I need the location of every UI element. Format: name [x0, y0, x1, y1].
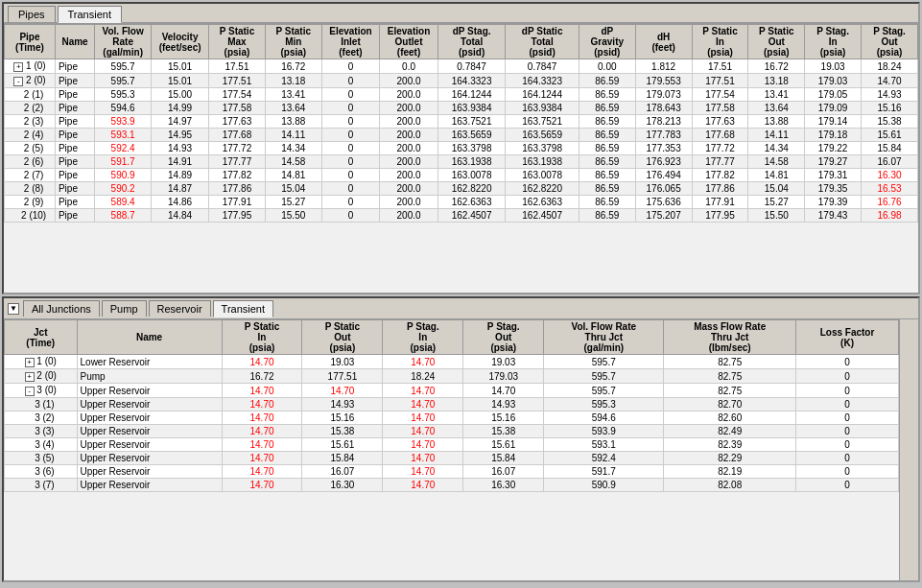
- table-cell: - 3 (0): [5, 384, 78, 398]
- table-cell: 15.61: [862, 129, 918, 142]
- table-cell: 162.8220: [506, 182, 579, 196]
- table-cell: 3 (2): [5, 412, 78, 425]
- tab-all-junctions[interactable]: All Junctions: [23, 300, 100, 317]
- table-cell: 163.1938: [437, 155, 506, 169]
- table-cell: 177.51: [302, 369, 383, 384]
- table-cell: 2 (1): [5, 88, 56, 102]
- table-cell: 14.81: [748, 169, 805, 182]
- top-tab-bar: Pipes Transient: [4, 4, 918, 24]
- tab-pump[interactable]: Pump: [102, 300, 147, 317]
- table-cell: 179.553: [635, 74, 692, 88]
- top-table-container: Pipe(Time) Name Vol. FlowRate(gal/min) V…: [4, 24, 918, 293]
- table-cell: 595.7: [95, 59, 152, 74]
- table-cell: 14.70: [862, 74, 918, 88]
- table-cell: 177.63: [209, 115, 266, 129]
- table-cell: Pipe: [55, 115, 94, 129]
- table-cell: 2 (7): [5, 169, 56, 182]
- table-cell: 179.35: [805, 182, 862, 196]
- table-cell: 14.89: [152, 169, 209, 182]
- collapse-bottom-btn[interactable]: ▼: [8, 303, 19, 315]
- table-cell: 19.03: [805, 59, 862, 74]
- table-cell: 179.22: [805, 142, 862, 155]
- table-cell: 163.7521: [506, 115, 579, 129]
- table-cell: 177.91: [692, 196, 748, 209]
- table-cell: 14.11: [265, 129, 321, 142]
- table-cell: 177.72: [692, 142, 748, 155]
- table-cell: 595.7: [544, 384, 664, 398]
- table-cell: Pipe: [55, 74, 94, 88]
- table-cell: 177.51: [692, 74, 748, 88]
- tab-transient-top[interactable]: Transient: [58, 6, 122, 23]
- table-cell: 592.4: [544, 452, 664, 465]
- table-cell: 15.61: [463, 438, 544, 452]
- table-cell: 163.3798: [437, 142, 506, 155]
- pipes-table: Pipe(Time) Name Vol. FlowRate(gal/min) V…: [4, 24, 918, 223]
- table-cell: 163.9384: [437, 102, 506, 115]
- table-cell: 179.18: [805, 129, 862, 142]
- table-cell: 13.64: [748, 102, 805, 115]
- table-cell: 15.61: [302, 438, 383, 452]
- table-cell: 163.9384: [506, 102, 579, 115]
- table-cell: 0: [796, 369, 899, 384]
- table-cell: 13.41: [748, 88, 805, 102]
- table-cell: + 1 (0): [5, 59, 56, 74]
- table-cell: 593.9: [95, 115, 152, 129]
- col-elev-in: ElevationInlet(feet): [321, 25, 380, 59]
- table-cell: 15.04: [748, 182, 805, 196]
- table-cell: 200.0: [380, 196, 438, 209]
- col-jct-name: Name: [77, 320, 222, 355]
- col-ps-in: P StaticIn(psia): [692, 25, 748, 59]
- table-cell: 0: [321, 102, 380, 115]
- table-cell: 13.88: [265, 115, 321, 129]
- table-cell: 593.1: [544, 438, 664, 452]
- table-cell: 595.7: [544, 355, 664, 369]
- table-cell: 179.03: [463, 369, 544, 384]
- table-cell: 0: [321, 142, 380, 155]
- table-cell: 164.1244: [506, 88, 579, 102]
- table-cell: + 2 (0): [5, 369, 78, 384]
- table-cell: 163.5659: [506, 129, 579, 142]
- table-cell: 14.86: [152, 196, 209, 209]
- table-cell: 0.7847: [437, 59, 506, 74]
- table-cell: 2 (8): [5, 182, 56, 196]
- col-jct-ps-in: P StaticIn(psia): [222, 320, 302, 355]
- table-cell: 2 (6): [5, 155, 56, 169]
- table-cell: 162.4507: [437, 209, 506, 223]
- table-cell: 200.0: [380, 155, 438, 169]
- table-cell: 177.58: [209, 102, 266, 115]
- table-cell: 16.76: [862, 196, 918, 209]
- table-cell: 82.75: [664, 384, 796, 398]
- table-cell: 17.51: [209, 59, 266, 74]
- table-cell: + 1 (0): [5, 355, 78, 369]
- table-cell: 175.207: [635, 209, 692, 223]
- col-ps-max: P StaticMax(psia): [209, 25, 266, 59]
- table-cell: 177.68: [692, 129, 748, 142]
- tab-transient-bottom[interactable]: Transient: [213, 300, 273, 318]
- table-cell: 2 (3): [5, 115, 56, 129]
- table-cell: 179.09: [805, 102, 862, 115]
- table-cell: 15.38: [862, 115, 918, 129]
- col-dp-stag: dP Stag.Total(psid): [437, 25, 506, 59]
- table-cell: 15.16: [302, 412, 383, 425]
- table-cell: 162.6363: [506, 196, 579, 209]
- table-cell: Upper Reservoir: [77, 479, 222, 492]
- table-cell: 14.70: [222, 479, 302, 492]
- table-cell: 15.50: [265, 209, 321, 223]
- table-cell: 13.18: [748, 74, 805, 88]
- table-cell: 14.70: [222, 412, 302, 425]
- table-cell: 14.93: [862, 88, 918, 102]
- table-cell: 15.84: [463, 452, 544, 465]
- table-cell: 179.43: [805, 209, 862, 223]
- table-cell: 179.073: [635, 88, 692, 102]
- table-cell: 16.72: [748, 59, 805, 74]
- table-cell: 86.59: [579, 209, 635, 223]
- table-cell: 86.59: [579, 74, 635, 88]
- table-cell: Pipe: [55, 155, 94, 169]
- tab-pipes[interactable]: Pipes: [8, 6, 56, 22]
- table-cell: 19.03: [302, 355, 383, 369]
- table-cell: Lower Reservoir: [77, 355, 222, 369]
- table-cell: 16.07: [862, 155, 918, 169]
- tab-reservoir[interactable]: Reservoir: [149, 300, 211, 317]
- table-cell: 0: [321, 169, 380, 182]
- table-cell: 13.64: [265, 102, 321, 115]
